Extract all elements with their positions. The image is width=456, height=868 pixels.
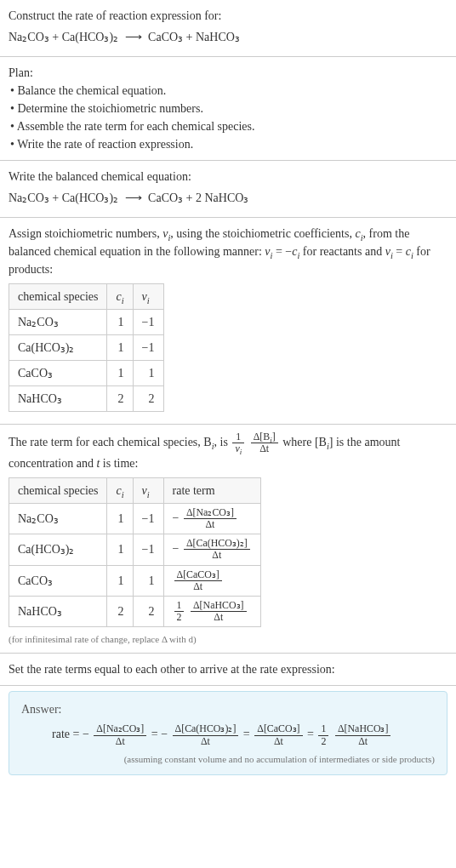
final-heading: Set the rate terms equal to each other t… — [9, 660, 447, 678]
text: = − — [272, 245, 292, 258]
balanced-equation: Na₂CO₃ + Ca(HCO₃)₂ CaCO₃ + 2 NaHCO₃ — [9, 189, 447, 207]
cell-c: 2 — [107, 596, 133, 626]
section-plan: Plan: Balance the chemical equation. Det… — [0, 57, 456, 161]
cell-rate-term: − Δ[Ca(HCO₃)₂] Δt — [163, 534, 260, 565]
sub-i: i — [122, 490, 124, 500]
eq-lhs: Na₂CO₃ + Ca(HCO₃)₂ — [9, 191, 118, 204]
fraction: Δ[Ca(HCO₃)₂] Δt — [184, 538, 250, 561]
frac-den: Δt — [174, 581, 222, 592]
cell-rate-term: 1 2 Δ[NaHCO₃] Δt — [163, 596, 260, 626]
frac-num: Δ[Na₂CO₃] — [94, 723, 146, 735]
cell-c: 1 — [107, 534, 133, 565]
cell-rate-term: − Δ[Na₂CO₃] Δt — [163, 504, 260, 534]
frac-den: Δt — [191, 612, 247, 623]
fraction: Δ[Na₂CO₃] Δt — [184, 507, 237, 530]
balanced-heading: Write the balanced chemical equation: — [9, 168, 447, 186]
cell-c: 1 — [107, 565, 133, 596]
text: , using the stoichiometric coefficients, — [170, 227, 355, 240]
cell-nu: −1 — [133, 534, 163, 565]
table-row: Ca(HCO₃)₂ 1 −1 — [9, 335, 164, 361]
arrow-icon — [122, 28, 145, 46]
sign: − — [173, 511, 180, 524]
text: ] — [272, 431, 276, 443]
sub-i: i — [147, 296, 150, 306]
plan-item: Write the rate of reaction expression. — [10, 135, 447, 153]
cell-species: NaHCO₃ — [9, 386, 107, 412]
arrow-icon — [122, 189, 145, 207]
eq-rhs: CaCO₃ + 2 NaHCO₃ — [148, 191, 248, 204]
rate-table: chemical species ci νi rate term Na₂CO₃ … — [9, 477, 261, 627]
frac-num: Δ[CaCO₃] — [254, 723, 302, 735]
rate-term-text: The rate term for each chemical species,… — [9, 431, 447, 472]
frac-den: Δt — [251, 443, 278, 454]
frac-den: Δt — [94, 736, 146, 747]
text: Assign stoichiometric numbers, — [9, 227, 162, 240]
table-row: Na₂CO₃ 1 −1 − Δ[Na₂CO₃] Δt — [9, 504, 261, 534]
cell-rate-term: Δ[CaCO₃] Δt — [163, 565, 260, 596]
col-header-nu: νi — [133, 284, 163, 310]
fraction: Δ[NaHCO₃] Δt — [335, 723, 391, 746]
cell-c: 2 — [107, 386, 133, 412]
cell-species: Ca(HCO₃)₂ — [9, 534, 107, 565]
frac-den: Δt — [335, 736, 391, 747]
text: Δ[B — [254, 431, 271, 443]
col-header-species: chemical species — [9, 478, 107, 504]
table-header-row: chemical species ci νi — [9, 284, 164, 310]
section-balanced: Write the balanced chemical equation: Na… — [0, 161, 456, 218]
text: for reactants and — [299, 245, 385, 258]
stoich-table: chemical species ci νi Na₂CO₃ 1 −1 Ca(HC… — [9, 283, 164, 412]
section-stoich: Assign stoichiometric numbers, νi, using… — [0, 218, 456, 425]
sub-i: i — [147, 490, 150, 500]
frac-num: Δ[Na₂CO₃] — [184, 507, 237, 519]
cell-nu: 1 — [133, 361, 163, 386]
table-row: CaCO₃ 1 1 — [9, 361, 164, 386]
section-rate-term: The rate term for each chemical species,… — [0, 425, 456, 654]
prompt-text: Construct the rate of reaction expressio… — [9, 7, 447, 25]
sign: − — [83, 728, 89, 740]
frac-den: 2 — [318, 736, 328, 747]
cell-nu: 2 — [133, 386, 163, 412]
col-header-rate-term: rate term — [163, 478, 260, 504]
plan-list: Balance the chemical equation. Determine… — [9, 82, 447, 153]
table-row: Na₂CO₃ 1 −1 — [9, 310, 164, 335]
cell-species: NaHCO₃ — [9, 596, 107, 626]
frac-den: 2 — [174, 612, 185, 623]
answer-label: Answer: — [21, 700, 435, 718]
text: where [B — [282, 436, 327, 448]
eq-sep: = — [243, 728, 253, 740]
fraction: Δ[Na₂CO₃] Δt — [94, 723, 146, 746]
sub-i: i — [122, 296, 124, 306]
fraction-coeff: 1 2 — [318, 723, 328, 746]
eq-rhs: CaCO₃ + NaHCO₃ — [148, 31, 240, 43]
fraction: Δ[NaHCO₃] Δt — [191, 600, 247, 623]
text: = — [393, 245, 406, 258]
frac-den: Δt — [254, 736, 302, 747]
frac-num: 1 — [232, 431, 244, 443]
table-row: NaHCO₃ 2 2 1 2 Δ[NaHCO₃] Δt — [9, 596, 261, 626]
col-header-c: ci — [107, 478, 133, 504]
cell-c: 1 — [107, 310, 133, 335]
plan-item: Determine the stoichiometric numbers. — [10, 100, 447, 117]
fraction-one-over-nu: 1 νi — [232, 431, 244, 454]
cell-species: CaCO₃ — [9, 361, 107, 386]
frac-num: Δ[NaHCO₃] — [191, 600, 247, 612]
footnote: (for infinitesimal rate of change, repla… — [9, 632, 447, 647]
cell-species: Na₂CO₃ — [9, 310, 107, 335]
eq-sep: = — [307, 728, 316, 740]
fraction: Δ[CaCO₃] Δt — [254, 723, 302, 746]
table-header-row: chemical species ci νi rate term — [9, 478, 261, 504]
col-header-c: ci — [107, 284, 133, 310]
col-header-nu: νi — [133, 478, 163, 504]
text: The rate term for each chemical species,… — [9, 436, 212, 448]
cell-nu: −1 — [133, 310, 163, 335]
text: is time: — [100, 457, 138, 470]
frac-num: 1 — [174, 600, 185, 612]
sign: − — [173, 542, 180, 555]
frac-num: Δ[CaCO₃] — [174, 569, 222, 581]
eq-sep: = — [151, 728, 161, 740]
frac-den: Δt — [184, 550, 250, 561]
fraction-dB-dt: Δ[Bi] Δt — [251, 431, 278, 454]
cell-species: CaCO₃ — [9, 565, 107, 596]
plan-item: Assemble the rate term for each chemical… — [10, 117, 447, 135]
answer-note: (assuming constant volume and no accumul… — [21, 752, 435, 767]
